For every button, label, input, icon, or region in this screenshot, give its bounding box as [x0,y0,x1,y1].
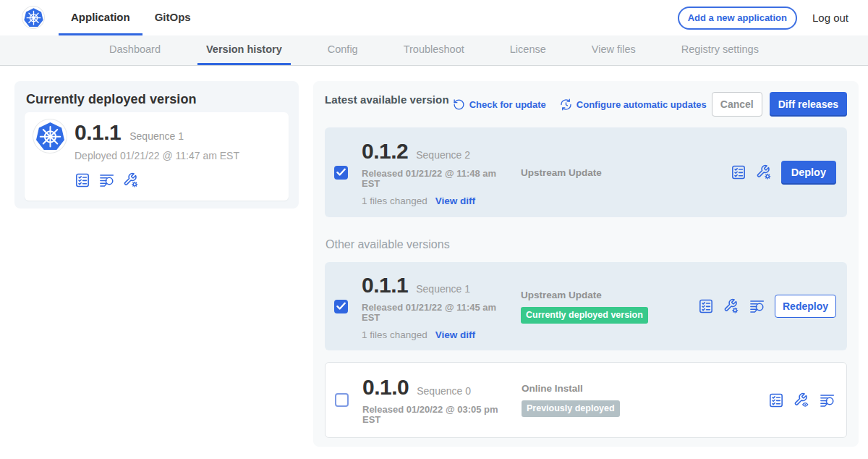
deploy-logs-icon[interactable] [819,392,835,408]
version-source-column: Upstream Update [521,167,658,178]
deployed-timestamp: Deployed 01/21/22 @ 11:47 am EST [75,150,239,161]
version-number: 0.1.0 [362,375,409,400]
deployed-version-number: 0.1.1 [75,120,121,145]
version-released-timestamp: Released 01/21/22 @ 11:45 am EST [362,303,505,323]
app-icon-kubernetes [33,119,67,153]
subnav-tab-registry-settings[interactable]: Registry settings [673,35,767,65]
version-source-column: Online Install Previously deployed [522,383,659,417]
refresh-icon [453,98,465,111]
version-title-row: 0.1.0 Sequence 0 [362,375,511,400]
version-0-1-1-checkbox[interactable] [334,300,348,313]
currently-deployed-title: Currently deployed version [26,92,289,107]
version-history-toolbar: Latest available version Check for updat… [325,92,847,117]
deploy-logs-icon[interactable] [98,172,115,188]
version-actions: Redeploy [698,295,836,318]
version-title-row: 0.1.1 Sequence 1 [362,273,510,298]
version-row-0-1-0: 0.1.0 Sequence 0 Released 01/20/22 @ 03:… [325,362,847,438]
version-sequence: Sequence 1 [416,283,470,295]
files-changed-label: 1 files changed [362,329,427,340]
version-sequence: Sequence 0 [417,385,471,397]
currently-deployed-badge: Currently deployed version [521,307,648,324]
deployed-sequence: Sequence 1 [129,130,184,142]
currently-deployed-panel: Currently deployed version 0.1.1 Sequenc… [14,81,299,209]
version-info-column: 0.1.2 Sequence 2 Released 01/21/22 @ 11:… [362,139,510,206]
version-info-column: 0.1.1 Sequence 1 Released 01/21/22 @ 11:… [362,273,510,340]
app-subnav: Dashboard Version history Config Trouble… [0,35,868,66]
tab-application-label: Application [71,11,130,23]
app-nav: Application GitOps [59,0,203,35]
deploy-button[interactable]: Deploy [781,161,836,185]
files-changed-label: 1 files changed [362,195,427,206]
tab-gitops-label: GitOps [155,11,191,23]
preflight-checks-icon[interactable] [768,392,784,408]
kubernetes-logo [22,7,44,28]
auto-update-icon [560,98,572,111]
configure-automatic-updates-label: Configure automatic updates [576,99,707,110]
subnav-tab-view-files[interactable]: View files [583,35,644,65]
version-number: 0.1.2 [362,139,408,164]
subnav-tab-dashboard[interactable]: Dashboard [101,35,169,65]
cancel-button[interactable]: Cancel [712,92,762,117]
version-row-0-1-1: 0.1.1 Sequence 1 Released 01/21/22 @ 11:… [325,262,847,350]
tab-application[interactable]: Application [59,0,142,35]
version-0-1-0-checkbox[interactable] [335,393,349,407]
version-source-column: Upstream Update Currently deployed versi… [521,290,658,324]
files-changed-row: 1 files changed View diff [362,195,510,206]
version-title-row: 0.1.2 Sequence 2 [362,139,510,164]
latest-available-title: Latest available version [325,93,449,106]
configure-automatic-updates-link[interactable]: Configure automatic updates [560,98,707,111]
deployed-version-info: 0.1.1 Sequence 1 Deployed 01/21/22 @ 11:… [75,119,239,193]
preflight-checks-icon[interactable] [731,164,746,180]
deployed-version-card: 0.1.1 Sequence 1 Deployed 01/21/22 @ 11:… [25,112,289,201]
spacer [203,0,678,35]
edit-config-icon[interactable] [723,298,739,314]
deployed-version-actions [75,172,239,188]
main-content: Currently deployed version 0.1.1 Sequenc… [0,66,868,447]
version-title-row: 0.1.1 Sequence 1 [75,120,239,145]
version-released-timestamp: Released 01/21/22 @ 11:48 am EST [362,169,505,189]
preflight-checks-icon[interactable] [698,298,714,314]
view-diff-link[interactable]: View diff [435,329,475,340]
version-source-label: Online Install [522,383,659,394]
edit-config-icon[interactable] [123,172,139,188]
version-source-label: Upstream Update [521,290,658,300]
version-0-1-2-checkbox[interactable] [334,166,348,180]
version-source-label: Upstream Update [521,167,658,178]
version-info-column: 0.1.0 Sequence 0 Released 01/20/22 @ 03:… [362,375,511,425]
other-available-versions-title: Other available versions [326,238,847,251]
version-actions [768,392,835,408]
preflight-checks-icon[interactable] [75,172,90,188]
version-row-0-1-2: 0.1.2 Sequence 2 Released 01/21/22 @ 11:… [325,127,847,217]
files-changed-row: 1 files changed View diff [362,329,510,340]
version-sequence: Sequence 2 [416,149,470,161]
version-released-timestamp: Released 01/20/22 @ 03:05 pm EST [362,405,506,425]
check-for-update-label: Check for update [469,99,546,110]
subnav-tab-config[interactable]: Config [319,35,367,65]
checkmark-icon [336,302,346,310]
deploy-logs-icon[interactable] [749,298,765,314]
check-for-update-link[interactable]: Check for update [453,98,546,111]
subnav-tab-version-history[interactable]: Version history [197,35,291,65]
view-config-icon[interactable] [793,392,809,408]
subnav-tab-troubleshoot[interactable]: Troubleshoot [395,35,473,65]
redeploy-button[interactable]: Redeploy [775,295,836,318]
subnav-tab-license[interactable]: License [501,35,555,65]
tab-gitops[interactable]: GitOps [142,0,203,35]
checkmark-icon [336,168,346,176]
version-history-panel: Latest available version Check for updat… [313,81,859,447]
add-new-application-button[interactable]: Add a new application [678,7,797,30]
app-header: Application GitOps Add a new application… [0,0,868,35]
version-actions: Deploy [731,161,836,185]
view-diff-link[interactable]: View diff [435,195,475,206]
version-number: 0.1.1 [362,273,408,298]
diff-releases-button[interactable]: Diff releases [770,92,847,117]
previously-deployed-badge: Previously deployed [522,400,620,417]
edit-config-icon[interactable] [756,164,772,180]
logout-link[interactable]: Log out [812,12,848,24]
